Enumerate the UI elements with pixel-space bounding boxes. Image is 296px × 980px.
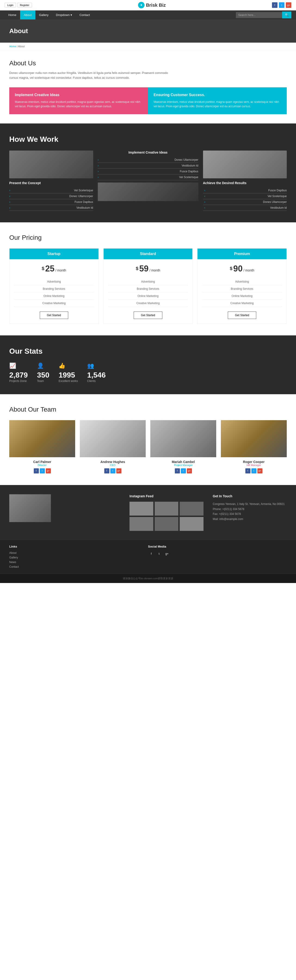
about-us-title: About Us — [9, 59, 287, 67]
hero-title: About — [9, 27, 28, 35]
feature-card-creative-text: Maecenas interdum, metus vitae iincidunt… — [15, 100, 142, 109]
feature-item: Online Marketing — [202, 293, 282, 300]
pricing-btn-startup[interactable]: Get Started — [40, 312, 68, 319]
pricing-cards: Startup $ 25 / month Advertising Brandin… — [9, 248, 287, 324]
search-input[interactable] — [236, 12, 282, 18]
login-button[interactable]: Login — [5, 3, 16, 7]
carl-twitter-icon[interactable]: t — [40, 468, 45, 473]
logo[interactable]: ✦ Brisk Biz — [138, 2, 166, 8]
list-item: Donec Ullamcorper — [9, 193, 93, 199]
footer-left-image — [9, 494, 120, 531]
pricing-btn-premium[interactable]: Get Started — [228, 312, 256, 319]
footer-link-about[interactable]: About — [9, 550, 148, 555]
mariah-facebook-icon[interactable]: f — [175, 468, 180, 473]
social-icons: f t g+ — [272, 2, 291, 8]
how-img-meeting — [98, 183, 198, 201]
feature-item: Branding Services — [108, 285, 188, 293]
feature-card-creative: Implement Creative Ideas Maecenas interd… — [9, 88, 148, 114]
instagram-grid — [130, 502, 204, 531]
feature-card-customer-title: Ensuring Customer Success. — [154, 93, 281, 97]
stat-works: 👍 1995 Excellent works — [59, 363, 78, 383]
footer-bottom: Links About Gallery News Contact Social … — [0, 540, 296, 574]
team-role-carl: Director — [9, 464, 75, 466]
footer-twitter-icon[interactable]: t — [156, 550, 162, 557]
team-name-andrew: Andrew Hughes — [80, 460, 146, 464]
nav-home[interactable]: Home — [5, 10, 20, 19]
footer-googleplus-icon[interactable]: g+ — [164, 550, 170, 557]
team-img-mariah — [150, 420, 216, 457]
price-amount: 59 — [139, 264, 149, 273]
team-role-mariah: Project Manager — [150, 464, 216, 466]
dollar-sign: $ — [230, 266, 233, 271]
how-col-present: Present the Concept Vel Scelerisque Done… — [9, 151, 93, 211]
footer-link-gallery[interactable]: Gallery — [9, 555, 148, 560]
insta-img-6[interactable] — [180, 517, 204, 531]
team-grid: Carl Palmer Director f t g+ Andrew Hughe… — [9, 420, 287, 473]
twitter-icon[interactable]: t — [279, 2, 285, 8]
pricing-features-startup: Advertising Branding Services Online Mar… — [9, 278, 98, 307]
pricing-header-premium: Premium — [198, 248, 287, 259]
andrew-facebook-icon[interactable]: f — [104, 468, 109, 473]
pricing-header-startup: Startup — [9, 248, 98, 259]
price-amount: 25 — [45, 264, 55, 273]
team-name-mariah: Mariah Cambel — [150, 460, 216, 464]
breadcrumb-home[interactable]: Home — [9, 45, 16, 48]
price-period: / month — [244, 269, 254, 272]
list-item: Vel Scelerisque — [98, 174, 198, 180]
team-social-roger: f t g+ — [221, 468, 287, 473]
footer-email: Mail: info@example.com — [213, 517, 287, 522]
roger-googleplus-icon[interactable]: g+ — [257, 468, 263, 473]
pricing-title: Our Pricing — [9, 234, 287, 241]
footer-facebook-icon[interactable]: f — [148, 550, 155, 557]
stat-projects: 📈 2,879 Projects Done — [9, 363, 28, 383]
andrew-googleplus-icon[interactable]: g+ — [116, 468, 122, 473]
roger-facebook-icon[interactable]: f — [245, 468, 250, 473]
how-col1-subtitle: Present the Concept — [9, 181, 93, 185]
mariah-googleplus-icon[interactable]: g+ — [187, 468, 192, 473]
how-img-chart — [203, 151, 287, 178]
footer-top: Instagram Feed Get In Touch Congress Yer… — [0, 485, 296, 540]
list-item: Vestibulum Id — [98, 163, 198, 169]
top-bar: Login Register ✦ Brisk Biz f t g+ — [0, 0, 296, 10]
stats-title: Our Stats — [9, 347, 287, 356]
insta-img-1[interactable] — [130, 502, 153, 515]
nav-contact[interactable]: Contact — [76, 10, 93, 19]
insta-img-4[interactable] — [130, 517, 153, 531]
footer-link-news[interactable]: News — [9, 560, 148, 565]
footer-fax: Fax: +(0211) 334 5678 — [213, 512, 287, 517]
clients-icon: 👥 — [87, 363, 106, 369]
how-grid: Present the Concept Vel Scelerisque Done… — [9, 151, 287, 211]
nav-about[interactable]: About — [20, 10, 35, 19]
search-button[interactable]: 🔍 — [282, 11, 291, 18]
feature-item: Advertising — [108, 278, 188, 285]
insta-img-3[interactable] — [180, 502, 204, 515]
footer-link-contact[interactable]: Contact — [9, 565, 148, 569]
register-button[interactable]: Register — [17, 3, 32, 7]
facebook-icon[interactable]: f — [272, 2, 277, 8]
feature-item: Branding Services — [202, 285, 282, 293]
stat-works-number: 1995 — [59, 371, 78, 379]
footer-social: Social Media f t g+ — [148, 545, 287, 557]
pricing-btn-standard[interactable]: Get Started — [134, 312, 162, 319]
nav-gallery[interactable]: Gallery — [35, 10, 52, 19]
footer-handshake-image — [9, 494, 51, 522]
stat-works-label: Excellent works — [59, 379, 78, 383]
andrew-twitter-icon[interactable]: t — [110, 468, 116, 473]
about-us-section: About Us Donec ullamcorper nulla non met… — [0, 50, 296, 124]
googleplus-icon[interactable]: g+ — [286, 2, 291, 8]
how-col-achieve: Achieve the Desired Results Fusce Dapibu… — [203, 151, 287, 211]
insta-img-2[interactable] — [155, 502, 179, 515]
insta-img-5[interactable] — [155, 517, 179, 531]
carl-facebook-icon[interactable]: f — [34, 468, 39, 473]
pricing-section: Our Pricing Startup $ 25 / month Adverti… — [0, 222, 296, 336]
roger-twitter-icon[interactable]: t — [252, 468, 256, 473]
carl-googleplus-icon[interactable]: g+ — [46, 468, 51, 473]
how-col-implement: Implement Creative Ideas Donec Ullamcorp… — [98, 151, 198, 201]
mariah-twitter-icon[interactable]: t — [181, 468, 186, 473]
auth-buttons: Login Register — [5, 3, 32, 7]
projects-icon: 📈 — [9, 363, 28, 369]
nav-dropdown[interactable]: Dropdown ▾ — [52, 10, 76, 19]
pricing-card-startup: Startup $ 25 / month Advertising Brandin… — [9, 248, 99, 324]
stat-projects-label: Projects Done — [9, 379, 28, 383]
footer-links: Links About Gallery News Contact — [9, 545, 148, 569]
